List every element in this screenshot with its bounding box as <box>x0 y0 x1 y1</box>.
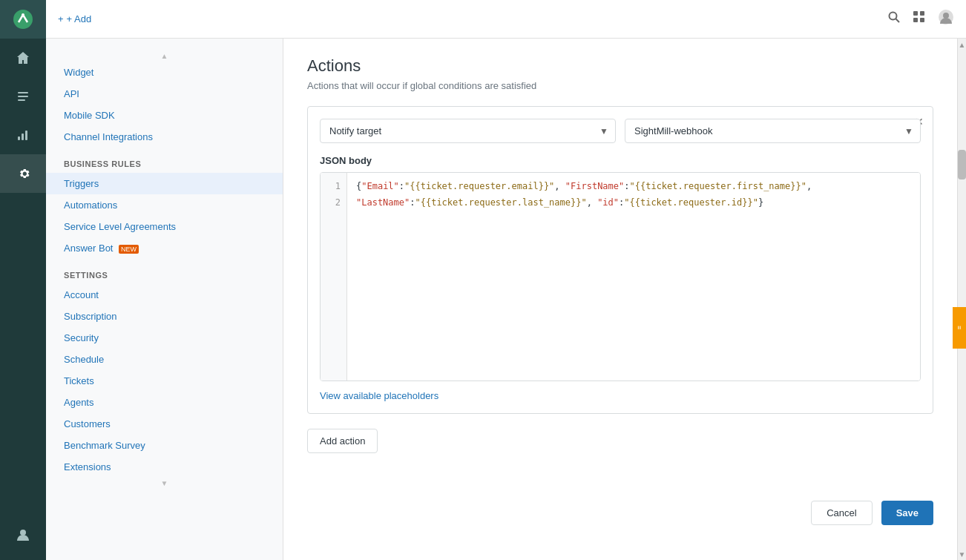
svg-point-0 <box>13 10 33 29</box>
save-button[interactable]: Save <box>881 501 933 525</box>
svg-rect-2 <box>18 92 28 93</box>
sidebar-item-channel-integrations[interactable]: Channel Integrations <box>46 126 283 148</box>
sidebar-item-widget[interactable]: Widget <box>46 62 283 83</box>
action-type-select-wrapper: Notify target Notify active agents Set s… <box>320 119 616 143</box>
svg-rect-6 <box>22 134 24 140</box>
svg-point-8 <box>20 530 26 536</box>
action-target-select[interactable]: SightMill-webhook Other target <box>625 119 921 143</box>
sidebar: ▲ Widget API Mobile SDK Channel Integrat… <box>46 39 283 560</box>
app-logo[interactable] <box>0 0 46 39</box>
view-placeholders-link[interactable]: View available placeholders <box>320 390 438 401</box>
sidebar-item-answer-bot[interactable]: Answer Bot NEW <box>46 237 283 259</box>
settings-section-label: SETTINGS <box>46 259 283 284</box>
sidebar-item-subscription[interactable]: Subscription <box>46 306 283 327</box>
add-action-button[interactable]: Add action <box>307 429 378 453</box>
sidebar-item-benchmark-survey[interactable]: Benchmark Survey <box>46 435 283 456</box>
svg-point-16 <box>943 13 949 19</box>
sidebar-item-agents[interactable]: Agents <box>46 392 283 413</box>
footer-buttons: Cancel Save <box>307 489 933 537</box>
scrollbar-thumb[interactable] <box>958 150 966 179</box>
svg-line-10 <box>896 19 900 23</box>
sidebar-item-triggers[interactable]: Triggers <box>46 173 283 194</box>
sidebar-item-sla[interactable]: Service Level Agreements <box>46 216 283 237</box>
action-dropdowns-row: Notify target Notify active agents Set s… <box>320 119 921 143</box>
sidebar-item-extensions[interactable]: Extensions <box>46 456 283 478</box>
svg-rect-4 <box>18 99 25 101</box>
action-card: ✕ Notify target Notify active agents Set… <box>307 106 933 414</box>
search-icon[interactable] <box>887 10 901 27</box>
line-numbers: 1 2 <box>321 173 347 381</box>
nav-user-profile[interactable] <box>0 515 46 554</box>
main-content: Actions Actions that will occur if globa… <box>283 39 957 560</box>
svg-rect-11 <box>913 11 918 16</box>
icon-bar <box>0 0 46 560</box>
user-avatar[interactable] <box>938 9 954 29</box>
sidebar-item-schedule[interactable]: Schedule <box>46 349 283 370</box>
json-content[interactable]: {"Email":"{{ticket.requester.email}}", "… <box>347 173 920 381</box>
right-scrollbar: ▲ ▼ <box>957 39 966 560</box>
scrollbar-up-arrow[interactable]: ▲ <box>958 39 966 50</box>
svg-rect-3 <box>18 96 28 97</box>
top-nav: + + Add <box>46 0 966 39</box>
page-title: Actions <box>307 56 933 76</box>
action-target-select-wrapper: SightMill-webhook Other target ▼ <box>625 119 921 143</box>
sidebar-item-mobile-sdk[interactable]: Mobile SDK <box>46 105 283 126</box>
scrollbar-down-arrow[interactable]: ▼ <box>958 548 966 560</box>
line-number-1: 1 <box>326 179 341 195</box>
plus-icon: + <box>58 13 64 24</box>
sidebar-item-api[interactable]: API <box>46 83 283 105</box>
action-type-select[interactable]: Notify target Notify active agents Set s… <box>320 119 616 143</box>
json-body-label: JSON body <box>320 155 921 166</box>
sidebar-item-automations[interactable]: Automations <box>46 194 283 216</box>
nav-settings[interactable] <box>0 154 46 193</box>
nav-reports[interactable] <box>0 116 46 154</box>
feedback-badge[interactable]: ≡ <box>953 307 966 349</box>
add-label: + Add <box>67 13 92 24</box>
sidebar-item-tickets[interactable]: Tickets <box>46 370 283 392</box>
svg-rect-13 <box>913 18 918 22</box>
nav-home[interactable] <box>0 39 46 77</box>
business-rules-section-label: BUSINESS RULES <box>46 148 283 173</box>
main-wrapper: ▲ Widget API Mobile SDK Channel Integrat… <box>46 39 966 560</box>
top-nav-right <box>887 9 954 29</box>
svg-rect-14 <box>920 18 924 22</box>
json-editor-inner: 1 2 {"Email":"{{ticket.requester.email}}… <box>321 173 920 381</box>
page-subtitle: Actions that will occur if global condit… <box>307 80 933 91</box>
cancel-button[interactable]: Cancel <box>811 501 872 525</box>
sidebar-scroll-down-arrow[interactable]: ▼ <box>46 478 283 489</box>
svg-point-9 <box>890 13 897 20</box>
svg-point-1 <box>22 13 24 16</box>
sidebar-item-account[interactable]: Account <box>46 284 283 306</box>
nav-tickets[interactable] <box>0 77 46 116</box>
svg-rect-5 <box>18 136 20 140</box>
scrollbar-track <box>958 50 966 548</box>
new-badge: NEW <box>119 245 139 254</box>
sidebar-item-customers[interactable]: Customers <box>46 413 283 435</box>
json-editor: 1 2 {"Email":"{{ticket.requester.email}}… <box>320 172 921 381</box>
sidebar-item-security[interactable]: Security <box>46 327 283 349</box>
svg-rect-7 <box>25 131 27 140</box>
sidebar-scroll-up-arrow[interactable]: ▲ <box>46 50 283 62</box>
grid-icon[interactable] <box>913 10 926 27</box>
svg-rect-12 <box>920 11 924 16</box>
add-button[interactable]: + + Add <box>58 13 91 24</box>
line-number-2: 2 <box>326 195 341 211</box>
